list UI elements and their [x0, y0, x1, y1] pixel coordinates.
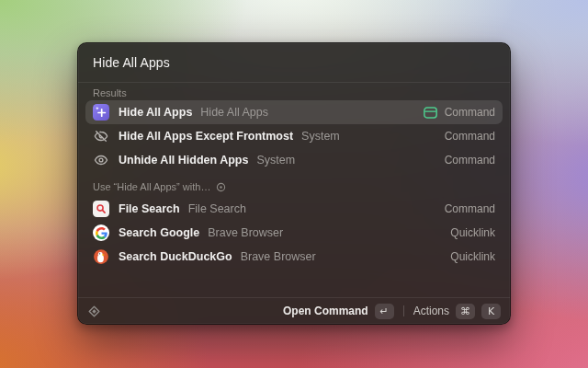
result-row-hide-all-apps[interactable]: Hide All Apps Hide All Apps Command	[85, 100, 503, 124]
result-subtitle: System	[256, 154, 295, 167]
result-subtitle: Hide All Apps	[200, 106, 268, 119]
result-type-badge: Quicklink	[450, 250, 495, 263]
return-key: ↵	[375, 304, 394, 319]
result-title: Unhide All Hidden Apps	[119, 154, 248, 167]
file-search-icon	[93, 201, 109, 217]
section-label: Use “Hide All Apps” with…	[93, 181, 210, 192]
desktop: { "window": { "search": { "query": "Hide…	[0, 0, 588, 368]
k-key: K	[481, 304, 501, 319]
result-title: Hide All Apps	[119, 106, 192, 119]
open-command-label: Open Command	[283, 305, 368, 317]
raycast-icon	[87, 305, 101, 318]
result-type-badge: Command	[445, 106, 495, 119]
hide-all-apps-icon	[93, 104, 109, 121]
result-row-file-search[interactable]: File Search File Search Command	[85, 197, 503, 221]
actions-label: Actions	[413, 305, 449, 317]
result-row-unhide-all[interactable]: Unhide All Hidden Apps System Command	[85, 148, 503, 172]
result-subtitle: System	[301, 130, 340, 143]
info-icon[interactable]	[216, 182, 226, 192]
footer-bar: Open Command ↵ Actions ⌘ K	[78, 297, 510, 324]
actions-button[interactable]: Actions ⌘ K	[413, 304, 501, 319]
section-header-results: Results	[85, 85, 503, 100]
search-bar[interactable]: Hide All Apps	[78, 43, 510, 83]
footer-divider	[403, 305, 404, 316]
result-type-badge: Command	[445, 154, 495, 167]
command-key: ⌘	[456, 304, 475, 319]
eye-icon	[93, 152, 109, 168]
section-header-use-with: Use “Hide All Apps” with…	[85, 172, 503, 197]
google-icon	[93, 224, 109, 241]
eye-off-icon	[93, 128, 109, 144]
results-list: Results Hide All Apps Hide All Apps	[78, 83, 510, 297]
result-row-search-duckduckgo[interactable]: Search DuckDuckGo Brave Browser Quicklin…	[85, 245, 503, 269]
section-label: Results	[93, 87, 127, 98]
search-input[interactable]: Hide All Apps	[93, 55, 170, 70]
app-window-icon	[423, 106, 438, 120]
result-row-hide-except-frontmost[interactable]: Hide All Apps Except Frontmost System Co…	[85, 124, 503, 148]
result-subtitle: Brave Browser	[208, 226, 283, 239]
result-title: Search Google	[119, 226, 199, 239]
result-title: Hide All Apps Except Frontmost	[119, 130, 293, 143]
result-subtitle: File Search	[188, 202, 246, 215]
result-type-badge: Quicklink	[450, 226, 495, 239]
open-command-button[interactable]: Open Command ↵	[283, 304, 394, 319]
result-subtitle: Brave Browser	[241, 250, 316, 263]
launcher-window: Hide All Apps Results Hide All Apps Hide…	[77, 42, 511, 325]
result-title: Search DuckDuckGo	[119, 250, 232, 263]
result-type-badge: Command	[445, 202, 495, 215]
result-row-search-google[interactable]: Search Google Brave Browser Quicklink	[85, 221, 503, 245]
result-title: File Search	[119, 202, 180, 215]
result-type-badge: Command	[445, 130, 495, 143]
duckduckgo-icon	[93, 248, 109, 265]
